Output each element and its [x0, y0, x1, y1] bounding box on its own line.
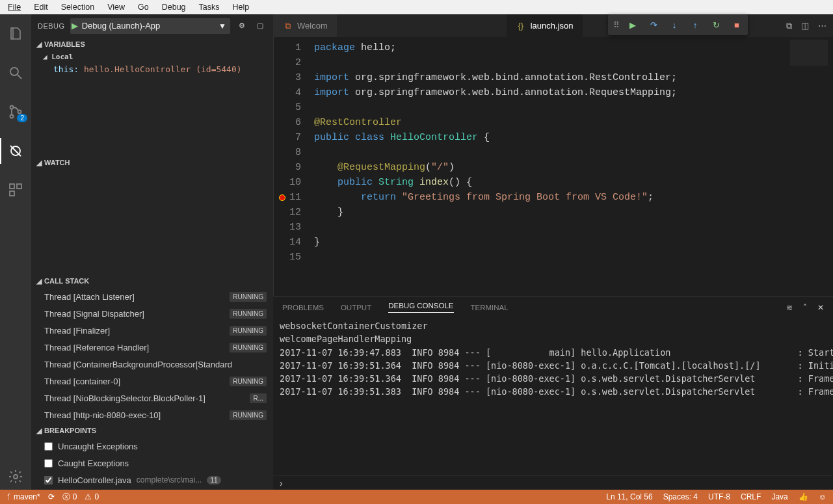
split-editor-icon[interactable]: ◫	[801, 21, 809, 31]
code-content[interactable]: package hello; import org.springframewor…	[314, 37, 787, 296]
scm-badge: 2	[17, 114, 27, 122]
stop-icon[interactable]: ■	[731, 20, 743, 30]
thread-row[interactable]: Thread [NioBlockingSelector.BlockPoller-…	[31, 390, 273, 406]
status-cursor-pos[interactable]: Ln 11, Col 56	[606, 492, 652, 501]
debug-console-output[interactable]: websocketContainerCustomizer welcomePage…	[273, 318, 833, 475]
vscode-icon: ⧉	[282, 21, 293, 31]
step-out-icon[interactable]: ↑	[689, 20, 701, 30]
step-into-icon[interactable]: ↓	[668, 20, 680, 30]
debug-toolbar[interactable]: ⠿ ▶ ↷ ↓ ↑ ↻ ■	[608, 14, 748, 35]
menu-bar: File Edit Selection View Go Debug Tasks …	[0, 0, 833, 14]
debug-config-name: Debug (Launch)-App	[82, 21, 161, 31]
thread-row[interactable]: Thread [Signal Dispatcher]RUNNING	[31, 305, 273, 322]
panel-tabs: PROBLEMS OUTPUT DEBUG CONSOLE TERMINAL ≋…	[273, 297, 833, 318]
menu-debug[interactable]: Debug	[155, 1, 192, 13]
status-errors[interactable]: ⓧ 0	[62, 492, 77, 503]
menu-edit[interactable]: Edit	[27, 1, 55, 13]
thread-row[interactable]: Thread [ContainerBackgroundProcessor[Sta…	[31, 356, 273, 373]
bp-file-check[interactable]	[44, 476, 53, 484]
svg-point-8	[14, 475, 18, 479]
svg-rect-7	[10, 191, 14, 196]
menu-view[interactable]: View	[101, 1, 131, 13]
breakpoints-section-header[interactable]: ◢BREAKPOINTS	[31, 423, 273, 438]
local-scope[interactable]: ◢ Local	[43, 51, 273, 62]
svg-point-2	[10, 115, 14, 118]
more-icon[interactable]: ⋯	[818, 21, 826, 31]
watch-body	[31, 170, 273, 274]
bp-caught[interactable]: Caught Exceptions	[31, 455, 273, 471]
gear-icon	[8, 469, 23, 484]
debug-settings-icon[interactable]: ⚙	[235, 21, 248, 30]
menu-go[interactable]: Go	[131, 1, 155, 13]
menu-tasks[interactable]: Tasks	[192, 1, 226, 13]
panel-tab-terminal[interactable]: TERMINAL	[471, 304, 509, 312]
status-indent[interactable]: Spaces: 4	[663, 492, 698, 501]
panel-tab-output[interactable]: OUTPUT	[341, 304, 371, 312]
tab-welcome[interactable]: ⧉ Welcom	[273, 14, 337, 37]
bp-file[interactable]: HelloController.javacomplete\src\mai...1…	[31, 471, 273, 488]
status-bar: ᚶ maven* ⟳ ⓧ 0 ⚠ 0 Ln 11, Col 56 Spaces:…	[0, 490, 833, 504]
json-icon: {}	[516, 21, 526, 31]
minimap[interactable]	[787, 37, 833, 296]
activity-extensions[interactable]	[0, 177, 31, 203]
step-over-icon[interactable]: ↷	[648, 20, 659, 30]
activity-scm[interactable]: 2	[0, 99, 31, 125]
restart-icon[interactable]: ↻	[710, 20, 722, 30]
activity-debug[interactable]	[0, 138, 31, 164]
debug-label: DEBUG	[38, 22, 65, 30]
thread-row[interactable]: Thread [http-nio-8080-exec-10]RUNNING	[31, 406, 273, 423]
activity-settings[interactable]	[0, 464, 31, 490]
menu-help[interactable]: Help	[226, 1, 256, 13]
panel-close-icon[interactable]: ✕	[817, 303, 824, 312]
status-encoding[interactable]: UTF-8	[708, 492, 730, 501]
svg-point-1	[10, 106, 14, 109]
debug-console-input-area[interactable]: ›	[273, 475, 833, 490]
bp-caught-check[interactable]	[44, 459, 53, 468]
files-icon	[8, 26, 23, 42]
bottom-panel: PROBLEMS OUTPUT DEBUG CONSOLE TERMINAL ≋…	[273, 296, 833, 490]
activity-search[interactable]	[0, 60, 31, 86]
clear-console-icon[interactable]: ≋	[786, 303, 793, 312]
menu-file[interactable]: File	[1, 1, 27, 13]
activity-explorer[interactable]	[0, 21, 31, 47]
svg-point-3	[18, 111, 21, 114]
start-debug-icon: ▶	[72, 21, 78, 31]
panel-up-icon[interactable]: ˄	[803, 303, 807, 312]
debug-console-toggle-icon[interactable]: ▢	[254, 21, 267, 30]
breakpoint-glyph[interactable]	[279, 194, 285, 201]
tab-launch-json[interactable]: {} launch.json	[507, 14, 583, 37]
bp-uncaught-check[interactable]	[44, 442, 53, 451]
activity-bar: 2	[0, 14, 31, 490]
svg-rect-5	[10, 184, 14, 189]
compare-icon[interactable]: ⧉	[786, 21, 792, 31]
status-eol[interactable]: CRLF	[741, 492, 761, 501]
thread-row[interactable]: Thread [Finalizer]RUNNING	[31, 322, 273, 339]
svg-point-0	[10, 68, 18, 75]
variable-this[interactable]: this: hello.HelloController (id=5440)	[43, 62, 273, 76]
bp-uncaught[interactable]: Uncaught Exceptions	[31, 438, 273, 455]
status-smiley-icon[interactable]: ☺	[819, 492, 826, 501]
continue-icon[interactable]: ▶	[627, 20, 639, 30]
editor-group: ⧉ Welcom {} launch.json ⧉ ◫ ⋯ ⠿ ▶ ↷ ↓ ↑ …	[273, 14, 833, 490]
debug-config-select[interactable]: ▶Debug (Launch)-App ▼	[70, 18, 230, 34]
status-warnings[interactable]: ⚠ 0	[85, 492, 99, 501]
status-feedback-icon[interactable]: 👍	[799, 492, 808, 501]
bug-icon	[8, 143, 23, 159]
menu-selection[interactable]: Selection	[55, 1, 101, 13]
status-branch[interactable]: ᚶ maven*	[7, 492, 40, 501]
thread-row[interactable]: Thread [Reference Handler]RUNNING	[31, 339, 273, 356]
debug-header: DEBUG ▶Debug (Launch)-App ▼ ⚙ ▢	[31, 14, 273, 37]
callstack-body: Thread [Attach Listener]RUNNING Thread […	[31, 288, 273, 423]
search-icon	[8, 65, 23, 81]
status-sync[interactable]: ⟳	[48, 492, 55, 501]
panel-tab-problems[interactable]: PROBLEMS	[282, 304, 324, 312]
panel-tab-debug-console[interactable]: DEBUG CONSOLE	[388, 302, 453, 313]
variables-section-header[interactable]: ◢VARIABLES	[31, 37, 273, 51]
watch-section-header[interactable]: ◢WATCH	[31, 155, 273, 170]
thread-row[interactable]: Thread [Attach Listener]RUNNING	[31, 288, 273, 305]
callstack-section-header[interactable]: ◢CALL STACK	[31, 274, 273, 288]
status-language[interactable]: Java	[771, 492, 787, 501]
code-editor[interactable]: 1 2 3 4 5 6 7 8 9 10 11 12 13 14 15 pack…	[273, 37, 833, 296]
drag-grip-icon[interactable]: ⠿	[613, 20, 618, 30]
thread-row[interactable]: Thread [container-0]RUNNING	[31, 373, 273, 390]
